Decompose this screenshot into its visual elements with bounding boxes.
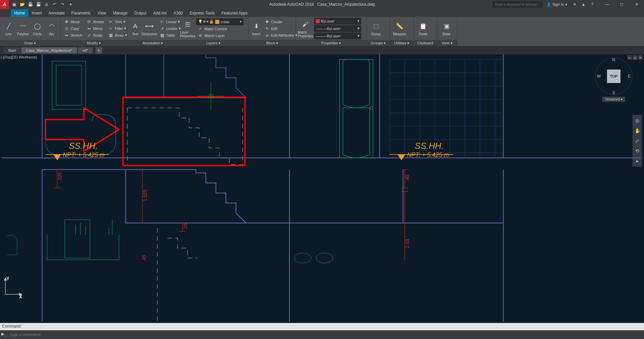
text-button[interactable]: AText: [130, 21, 141, 36]
tab-output[interactable]: Output: [131, 9, 150, 17]
redo-icon[interactable]: ↷: [59, 1, 66, 8]
match-properties-button[interactable]: 🖌Match Properties: [298, 19, 313, 38]
saveas-icon[interactable]: 💾: [35, 1, 42, 8]
signin-button[interactable]: 👤 Sign In ▾: [544, 2, 570, 7]
edit-block-button[interactable]: ✎Edit: [263, 26, 299, 32]
search-input[interactable]: [493, 1, 543, 8]
drawing-area[interactable]: [-][Top][2D Wireframe] — ◻ ✕: [0, 54, 644, 322]
move-button[interactable]: ✥Move: [63, 19, 84, 25]
tab-annotate[interactable]: Annotate: [45, 9, 68, 17]
mirror-button[interactable]: ⇋Mirror: [85, 26, 105, 32]
qat-dropdown-icon[interactable]: ▾: [67, 1, 74, 8]
scale-icon: ⤢: [86, 33, 92, 38]
drawing-canvas[interactable]: SS.HH. NPT: + 5.425 m SS.HH. NPT: + 5.42…: [0, 54, 644, 322]
create-block-button[interactable]: ✚Create: [263, 19, 299, 25]
circle-icon: ◯: [32, 21, 43, 32]
vp-close-icon[interactable]: ✕: [638, 55, 643, 60]
layer-dropdown[interactable]: 💡❄☀🔒cotas▾: [196, 18, 243, 25]
insert-button[interactable]: ⬇Insert: [251, 21, 262, 36]
layer-properties-button[interactable]: ☰Layer Properties: [180, 19, 195, 38]
tab-file-active[interactable]: Casa_Marcos_Arquitectura*: [21, 47, 77, 53]
viewcube-n[interactable]: N: [612, 57, 615, 62]
app-logo[interactable]: A: [0, 0, 9, 9]
rotate-icon: ⟳: [86, 19, 92, 25]
tab-view[interactable]: View: [94, 9, 110, 17]
trim-button[interactable]: ✂Trim ▾: [107, 19, 128, 25]
svg-point-8: [295, 253, 311, 263]
pan-icon[interactable]: ✋: [634, 127, 641, 134]
zoom-extents-icon[interactable]: ⤢: [634, 137, 641, 144]
linetype-dropdown[interactable]: ——— ByLayer▾: [314, 33, 361, 39]
ribbon: ╱Line 〰Polyline ◯Circle ◠Arc Draw ▾ ✥Mov…: [0, 17, 644, 46]
open-icon[interactable]: 📂: [19, 1, 26, 8]
steering-wheel-icon[interactable]: ◎: [634, 117, 641, 124]
make-current-button[interactable]: ✓Make Current: [196, 26, 247, 32]
panel-title-block[interactable]: Block ▾: [249, 40, 296, 46]
line-button[interactable]: ╱Line: [2, 21, 15, 36]
panel-title-utilities[interactable]: Utilities ▾: [390, 40, 413, 46]
fillet-button[interactable]: ⌐Fillet ▾: [107, 26, 128, 32]
label-npt-2: NPT: + 5.425 m: [407, 152, 449, 158]
group-button[interactable]: ⬚Group: [369, 21, 383, 36]
rotate-button[interactable]: ⟳Rotate: [85, 19, 105, 25]
lineweight-dropdown[interactable]: ——— ByLayer▾: [314, 25, 361, 32]
tab-parametric[interactable]: Parametric: [68, 9, 94, 17]
panel-title-clipboard[interactable]: Clipboard: [414, 40, 437, 46]
save-icon[interactable]: 💾: [27, 1, 34, 8]
tab-file-other[interactable]: +0*: [78, 47, 93, 53]
highlight-rect: [123, 97, 245, 166]
command-line[interactable]: ▶_: [0, 330, 644, 339]
viewcube-w[interactable]: W: [597, 74, 601, 79]
tab-featuredapps[interactable]: Featured Apps: [218, 9, 251, 17]
viewcube-s[interactable]: S: [612, 90, 615, 95]
base-button[interactable]: ▣Base: [439, 21, 454, 36]
viewcube[interactable]: N S E W TOP Unnamed ▾: [594, 58, 634, 105]
panel-title-draw[interactable]: Draw ▾: [0, 40, 60, 46]
help-icon[interactable]: ?: [588, 1, 596, 8]
tab-a360[interactable]: A360: [170, 9, 186, 17]
tab-home[interactable]: Home: [11, 9, 28, 17]
stretch-button[interactable]: ⇔Stretch: [63, 32, 84, 38]
maximize-button[interactable]: ◻: [614, 0, 629, 9]
viewcube-wcs[interactable]: Unnamed ▾: [602, 97, 625, 102]
color-dropdown[interactable]: ByLayer▾: [314, 18, 361, 25]
tab-add-button[interactable]: +: [96, 47, 102, 54]
panel-title-view[interactable]: View ▾: [437, 40, 457, 46]
tab-expresstools[interactable]: Express Tools: [186, 9, 218, 17]
panel-title-annotation[interactable]: Annotation ▾: [128, 40, 178, 46]
showmotion-icon[interactable]: ▸: [634, 157, 641, 165]
viewcube-e[interactable]: E: [628, 74, 631, 79]
tab-addins[interactable]: Add-ins: [150, 9, 170, 17]
exchange-icon[interactable]: ✕: [571, 1, 579, 8]
minimize-button[interactable]: —: [600, 0, 614, 9]
dimension-button[interactable]: ⟷Dimension: [142, 21, 157, 36]
move-icon: ✥: [64, 19, 69, 25]
orbit-icon[interactable]: ⟲: [634, 147, 641, 155]
panel-title-groups[interactable]: Groups ▾: [367, 40, 390, 46]
arc-button[interactable]: ◠Arc: [45, 21, 58, 36]
tab-insert[interactable]: Insert: [28, 9, 45, 17]
viewcube-top[interactable]: TOP: [607, 70, 620, 83]
paste-button[interactable]: 📋Paste: [416, 21, 430, 36]
array-button[interactable]: ▦Array ▾: [107, 32, 128, 38]
tab-manage[interactable]: Manage: [110, 9, 131, 17]
circle-button[interactable]: ◯Circle: [31, 21, 44, 36]
polyline-button[interactable]: 〰Polyline: [16, 21, 30, 36]
panel-title-properties[interactable]: Properties ▾: [296, 40, 366, 46]
autodesk-app-icon[interactable]: ▲: [579, 1, 588, 8]
panel-title-modify[interactable]: Modify ▾: [61, 40, 127, 46]
viewport-label[interactable]: [-][Top][2D Wireframe]: [1, 55, 37, 59]
scale-button[interactable]: ⤢Scale: [85, 32, 105, 38]
panel-title-layers[interactable]: Layers ▾: [178, 40, 249, 46]
measure-button[interactable]: 📏Measure: [392, 21, 407, 36]
undo-icon[interactable]: ↶: [51, 1, 58, 8]
plot-icon[interactable]: 🖨: [43, 1, 50, 8]
match-layer-button[interactable]: ≋Match Layer: [196, 33, 247, 39]
group-icon: ⬚: [371, 21, 381, 32]
close-button[interactable]: ✕: [629, 0, 644, 9]
command-input[interactable]: [9, 332, 643, 337]
tab-start[interactable]: Start: [3, 47, 21, 53]
new-icon[interactable]: ▣: [11, 1, 17, 8]
copy-button[interactable]: ⎘Copy: [63, 26, 84, 32]
edit-attributes-button[interactable]: aEdit Attributes ▾: [263, 32, 299, 38]
